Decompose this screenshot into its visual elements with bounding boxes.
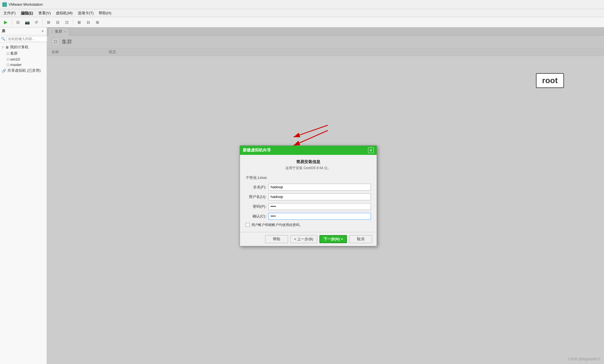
dialog-close-button[interactable]: ×: [368, 147, 374, 153]
sidebar-search: 🔍 ▼: [0, 35, 47, 43]
callout-text: root: [542, 76, 558, 85]
sidebar-item-label: win10: [10, 57, 20, 61]
password-input[interactable]: [269, 203, 371, 210]
sidebar-title: 库: [2, 29, 5, 34]
sidebar-item-label: 集群: [10, 51, 18, 56]
snapshot-button[interactable]: 📷: [23, 19, 31, 26]
view-extra2-button[interactable]: ⊟: [84, 19, 92, 26]
dialog-titlebar: 新建虚拟机向导 ×: [240, 146, 377, 155]
dialog-group-title: 个性化 Linux: [246, 175, 371, 180]
menu-edit[interactable]: 编辑(E): [19, 10, 35, 17]
main-layout: 库 × 🔍 ▼ ▽ 🖥 我的计算机 □ 集群 □ win10: [0, 27, 604, 364]
confirm-input[interactable]: [269, 213, 371, 220]
sidebar-item-label: 共享虚拟机 (已弃用): [7, 68, 41, 73]
toolbar-sep-1: [12, 19, 12, 25]
search-icon: 🔍: [1, 37, 5, 41]
sidebar-close-button[interactable]: ×: [40, 29, 45, 33]
menu-bar: 文件(F) 编辑(E) 查看(V) 虚拟机(M) 选项卡(T) 帮助(H): [0, 9, 604, 17]
password-label: 密码(P):: [246, 204, 266, 209]
app-icon: [2, 2, 7, 7]
same-password-label: 用户帐户和根帐户均使用此密码。: [251, 223, 303, 227]
cancel-button[interactable]: 取消: [349, 235, 372, 243]
toolbar-sep-2: [42, 19, 43, 25]
sidebar-item-cluster[interactable]: □ 集群: [0, 50, 47, 57]
back-button[interactable]: < 上一步(B): [290, 235, 317, 243]
sidebar-item-win10[interactable]: □ win10: [0, 57, 47, 62]
expand-icon: ▽: [2, 46, 4, 49]
dialog-body: 简易安装信息 这用于安装 CentOS 8 64 位。 个性化 Linux 全名…: [240, 155, 377, 232]
toolbar-sep-3: [73, 19, 73, 25]
view-tabs-button[interactable]: ⊟: [54, 19, 62, 26]
dialog-title: 新建虚拟机向导: [243, 148, 271, 153]
sidebar-search-input[interactable]: [7, 36, 52, 42]
content-area: □ 集群 × □ 集群 名称 状态 新建虚拟机向导 ×: [47, 27, 604, 364]
sidebar-item-label: master: [10, 63, 22, 67]
form-row-confirm: 确认(C):: [246, 213, 371, 220]
dialog-subtitle: 这用于安装 CentOS 8 64 位。: [246, 166, 371, 171]
callout-box: root: [536, 73, 564, 88]
same-password-row: 用户帐户和根帐户均使用此密码。: [246, 223, 371, 227]
same-password-checkbox[interactable]: [246, 223, 250, 227]
username-label: 用户名(U):: [246, 194, 266, 199]
menu-view[interactable]: 查看(V): [36, 10, 53, 17]
view-fullscreen-button[interactable]: ⊡: [63, 19, 71, 26]
vm-icon: □: [7, 51, 9, 56]
help-button[interactable]: 帮助: [265, 235, 288, 243]
fullname-input[interactable]: [269, 184, 371, 191]
menu-vm[interactable]: 虚拟机(M): [53, 10, 75, 17]
new-vm-wizard-dialog: 新建虚拟机向导 × 简易安装信息 这用于安装 CentOS 8 64 位。 个性…: [240, 145, 377, 246]
computer-icon: 🖥: [5, 45, 9, 49]
shared-icon: 🔗: [2, 69, 6, 73]
sidebar-item-mycomputer[interactable]: ▽ 🖥 我的计算机: [0, 44, 47, 50]
fullname-label: 全名(F):: [246, 185, 266, 190]
confirm-label: 确认(C):: [246, 214, 266, 219]
sidebar-item-shared[interactable]: 🔗 共享虚拟机 (已弃用): [0, 67, 47, 74]
view-extra3-button[interactable]: ⊞: [94, 19, 102, 26]
title-bar: VMware Workstation: [0, 0, 604, 9]
view-extra1-button[interactable]: ⊠: [75, 19, 83, 26]
modal-overlay: 新建虚拟机向导 × 简易安装信息 这用于安装 CentOS 8 64 位。 个性…: [47, 27, 604, 364]
dialog-footer: 帮助 < 上一步(B) 下一步(N) > 取消: [240, 232, 377, 246]
form-row-fullname: 全名(F):: [246, 184, 371, 191]
menu-tab[interactable]: 选项卡(T): [76, 10, 96, 17]
sidebar-header: 库 ×: [0, 27, 47, 35]
form-row-username: 用户名(U):: [246, 193, 371, 200]
app-title: VMware Workstation: [9, 2, 43, 7]
form-row-password: 密码(P):: [246, 203, 371, 210]
suspend-button[interactable]: ⊟: [14, 19, 22, 26]
sidebar-item-label: 我的计算机: [10, 45, 29, 50]
menu-help[interactable]: 帮助(H): [96, 10, 114, 17]
username-input[interactable]: [269, 193, 371, 200]
revert-button[interactable]: ↺: [32, 19, 40, 26]
toolbar: ▶ ⊟ 📷 ↺ ⊞ ⊟ ⊡ ⊠ ⊟ ⊞: [0, 17, 604, 27]
menu-file[interactable]: 文件(F): [1, 10, 18, 17]
dialog-section-title: 简易安装信息: [246, 159, 371, 165]
vm-icon: □: [7, 57, 9, 61]
vm-icon: □: [7, 63, 9, 67]
sidebar-item-master[interactable]: □ master: [0, 62, 47, 67]
play-button[interactable]: ▶: [2, 19, 10, 26]
view-normal-button[interactable]: ⊞: [45, 19, 53, 26]
sidebar-tree: ▽ 🖥 我的计算机 □ 集群 □ win10 □ master 🔗: [0, 43, 47, 364]
next-button[interactable]: 下一步(N) >: [319, 235, 347, 243]
sidebar: 库 × 🔍 ▼ ▽ 🖥 我的计算机 □ 集群 □ win10: [0, 27, 47, 364]
